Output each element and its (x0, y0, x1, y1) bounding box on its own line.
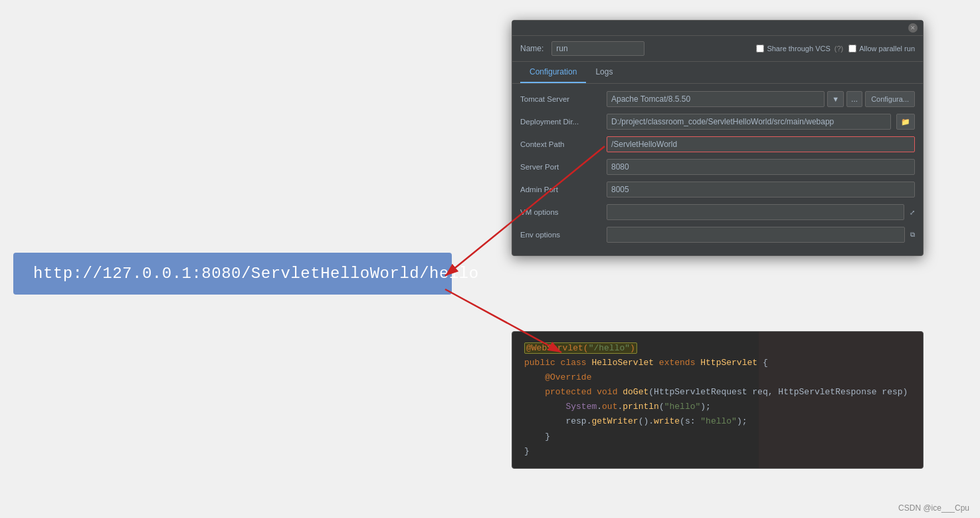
code-panel: @WebServlet("/hello") public class Hello… (512, 331, 924, 469)
question-icon: (?) (834, 45, 843, 53)
code-content: @WebServlet("/hello") public class Hello… (512, 332, 923, 468)
paren-open: ( (648, 387, 654, 397)
keyword-public: public (524, 358, 561, 368)
env-options-input-group: ⧉ (607, 227, 915, 243)
type-response: HttpServletResponse (778, 387, 876, 397)
url-text: http://127.0.0.1:8080/ServletHelloWorld/… (33, 265, 479, 283)
admin-port-label: Admin Port (520, 186, 607, 194)
code-line-2: public class HelloServlet extends HttpSe… (524, 356, 911, 370)
panel-header: Name: Share through VCS (?) Allow parall… (512, 36, 923, 62)
classname-httpservlet: HttpServlet (700, 358, 757, 368)
context-path-label: Context Path (520, 140, 607, 148)
keyword-out: out (602, 402, 617, 412)
indent-6 (524, 416, 565, 426)
type-request: HttpServletRequest (654, 387, 747, 397)
tomcat-config-btn[interactable]: Configura... (865, 91, 915, 107)
deployment-dir-input[interactable] (607, 114, 891, 130)
annotation-override: @Override (545, 372, 591, 382)
config-panel: ✕ Name: Share through VCS (?) Allow para… (512, 20, 924, 256)
tomcat-dropdown-btn[interactable]: ▼ (827, 91, 844, 107)
parallel-run-label[interactable]: Allow parallel run (848, 45, 915, 53)
server-port-label: Server Port (520, 163, 607, 171)
tomcat-server-row: Tomcat Server ▼ ... Configura... (520, 90, 915, 108)
panel-titlebar: ✕ (512, 21, 923, 36)
code-line-3: @Override (524, 370, 911, 385)
keyword-class: class (561, 358, 592, 368)
method-write: write (654, 416, 680, 426)
url-box: http://127.0.0.1:8080/ServletHelloWorld/… (13, 253, 452, 295)
method-println: println (623, 402, 659, 412)
keyword-void: void (597, 387, 623, 397)
indent-5 (524, 402, 565, 412)
deployment-dir-row: Deployment Dir... 📁 (520, 113, 915, 130)
code-line-4: protected void doGet(HttpServletRequest … (524, 385, 911, 400)
paren-println: ( (659, 402, 664, 412)
brace-open: { (757, 358, 768, 368)
env-options-copy-icon[interactable]: ⧉ (910, 231, 915, 239)
string-hello2: "hello" (700, 416, 737, 426)
name-label: Name: (520, 44, 543, 53)
tabs-bar: Configuration Logs (512, 62, 923, 84)
vm-options-label: VM options (520, 208, 607, 216)
paren-close-println: ); (700, 402, 711, 412)
deployment-dir-input-group: 📁 (607, 114, 915, 130)
method-getwriter: getWriter (591, 416, 638, 426)
paren-close-write: ); (737, 416, 747, 426)
deployment-dir-label: Deployment Dir... (520, 118, 607, 126)
param-req: req, (747, 387, 779, 397)
tab-logs[interactable]: Logs (586, 62, 622, 83)
vm-options-input-group: ⤢ (607, 204, 915, 220)
method-doget: doGet (623, 387, 648, 397)
paren-write: (s: (680, 416, 700, 426)
env-options-input[interactable] (607, 227, 905, 243)
indent-3 (524, 372, 545, 382)
env-options-label: Env options (520, 231, 607, 239)
vm-options-input[interactable] (607, 204, 904, 220)
code-line-6: resp.getWriter().write(s: "hello"); (524, 414, 911, 429)
keyword-protected: protected (545, 387, 597, 397)
env-options-row: Env options ⧉ (520, 226, 915, 243)
code-line-8: } (524, 444, 911, 459)
dot-out: . (597, 402, 602, 412)
server-port-input[interactable] (607, 159, 915, 175)
tomcat-server-input[interactable] (607, 91, 825, 107)
code-line-5: System.out.println("hello"); (524, 400, 911, 414)
deployment-dir-browse-btn[interactable]: 📁 (896, 114, 915, 130)
close-button[interactable]: ✕ (908, 23, 918, 33)
watermark: CSDN @ice___Cpu (898, 503, 969, 513)
parallel-run-checkbox[interactable] (848, 45, 856, 53)
paren-getwriter: (). (638, 416, 654, 426)
form-body: Tomcat Server ▼ ... Configura... Deploym… (512, 84, 923, 255)
tomcat-dots-btn[interactable]: ... (846, 91, 862, 107)
server-port-row: Server Port (520, 158, 915, 176)
brace-close-class: } (524, 446, 530, 456)
vm-options-row: VM options ⤢ (520, 203, 915, 221)
system-out: System (565, 402, 597, 412)
string-hello1: "hello" (664, 402, 701, 412)
name-input[interactable] (551, 41, 644, 56)
tomcat-server-input-group: ▼ ... Configura... (607, 91, 915, 107)
vm-options-resize-icon[interactable]: ⤢ (910, 209, 915, 216)
resp-getwriter: resp. (565, 416, 591, 426)
header-options: Share through VCS (?) Allow parallel run (756, 45, 915, 53)
param-resp: resp) (877, 387, 908, 397)
share-vcs-label[interactable]: Share through VCS (?) (756, 45, 843, 53)
brace-close-method: } (545, 432, 550, 442)
code-line-1: @WebServlet("/hello") (524, 341, 911, 356)
annotation-webservlet: @WebServlet("/hello") (524, 342, 637, 354)
classname-helloservlet: HelloServlet (591, 358, 658, 368)
tomcat-server-label: Tomcat Server (520, 95, 607, 103)
code-line-7: } (524, 430, 911, 444)
share-vcs-checkbox[interactable] (756, 45, 764, 53)
context-path-row: Context Path (520, 136, 915, 153)
indent-4 (524, 387, 545, 397)
context-path-input[interactable] (607, 136, 915, 152)
tab-configuration[interactable]: Configuration (520, 62, 586, 83)
admin-port-row: Admin Port (520, 181, 915, 198)
keyword-extends: extends (659, 358, 700, 368)
indent-7 (524, 432, 545, 442)
admin-port-input[interactable] (607, 182, 915, 197)
